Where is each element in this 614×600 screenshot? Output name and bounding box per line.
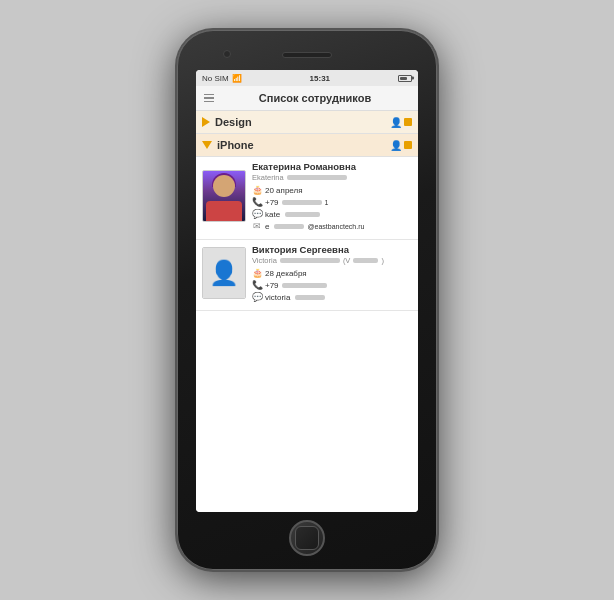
status-right <box>398 75 412 82</box>
camera-icon <box>223 50 231 58</box>
phone-blur-ekaterina <box>282 200 322 205</box>
birthday-text-ekaterina: 20 апреля <box>265 186 303 195</box>
email-domain-ekaterina: @eastbanctech.ru <box>307 223 364 230</box>
iphone-badge-square <box>404 141 412 149</box>
employee-card-victoria[interactable]: 👤 Виктория Сергеевна Victoria (V ) <box>196 240 418 311</box>
birthday-text-victoria: 28 декабря <box>265 269 307 278</box>
emp-login-extra: (V <box>343 256 351 265</box>
battery-icon <box>398 75 412 82</box>
emp-login-victoria: Victoria (V ) <box>252 256 412 265</box>
design-badge-square <box>404 118 412 126</box>
phone-screen: No SIM 📶 15:31 Список сотрудников Design <box>196 70 418 512</box>
skype-blur-ekaterina <box>285 212 320 217</box>
skype-blur-victoria <box>295 295 325 300</box>
skype-row-ekaterina[interactable]: 💬 kate <box>252 209 412 219</box>
group-iphone-label: iPhone <box>217 139 390 151</box>
group-design[interactable]: Design 👤 <box>196 111 418 134</box>
group-design-badge: 👤 <box>390 117 412 128</box>
phone-text-victoria: +79 <box>265 281 279 290</box>
employee-header-victoria: 👤 Виктория Сергеевна Victoria (V ) <box>202 244 412 302</box>
phone-row-ekaterina[interactable]: 📞 +79 1 <box>252 197 412 207</box>
avatar-body <box>206 201 242 221</box>
avatar-face <box>213 175 235 197</box>
time-label: 15:31 <box>310 74 330 83</box>
arrow-iphone-icon <box>202 141 212 149</box>
skype-text-victoria: victoria <box>265 293 290 302</box>
avatar-ekaterina <box>202 170 246 222</box>
status-bar: No SIM 📶 15:31 <box>196 70 418 86</box>
phone-icon-ekaterina: 📞 <box>252 197 262 207</box>
employee-info-ekaterina: Екатерина Романовна Ekaterina 🎂 20 апрел… <box>252 161 412 231</box>
emp-login-blur <box>287 175 347 180</box>
email-prefix-ekaterina: e <box>265 222 269 231</box>
emp-details-ekaterina: 🎂 20 апреля 📞 +79 1 💬 ka <box>252 185 412 231</box>
status-left: No SIM 📶 <box>202 74 242 83</box>
group-iphone-badge: 👤 <box>390 140 412 151</box>
email-icon-ekaterina: ✉ <box>252 221 262 231</box>
phone-icon-victoria: 📞 <box>252 280 262 290</box>
avatar-placeholder: 👤 <box>203 248 245 298</box>
phone-blur-victoria <box>282 283 327 288</box>
emp-login-close: ) <box>381 256 384 265</box>
phone-frame: No SIM 📶 15:31 Список сотрудников Design <box>177 30 437 570</box>
emp-login-blur-v <box>280 258 340 263</box>
phone-text-ekaterina: +79 <box>265 198 279 207</box>
employee-header-ekaterina: Екатерина Романовна Ekaterina 🎂 20 апрел… <box>202 161 412 231</box>
skype-icon-victoria: 💬 <box>252 292 262 302</box>
group-iphone[interactable]: iPhone 👤 <box>196 134 418 157</box>
email-row-ekaterina[interactable]: ✉ e @eastbanctech.ru <box>252 221 412 231</box>
birthday-row-ekaterina: 🎂 20 апреля <box>252 185 412 195</box>
birthday-row-victoria: 🎂 28 декабря <box>252 268 412 278</box>
group-design-label: Design <box>215 116 390 128</box>
birthday-icon: 🎂 <box>252 185 262 195</box>
emp-details-victoria: 🎂 28 декабря 📞 +79 💬 victoria <box>252 268 412 302</box>
emp-login-label: Ekaterina <box>252 173 284 182</box>
home-button-inner <box>295 526 319 550</box>
screen-content: Design 👤 iPhone 👤 <box>196 111 418 512</box>
phone-top <box>185 44 429 66</box>
hamburger-icon[interactable] <box>204 94 214 103</box>
avatar-victoria: 👤 <box>202 247 246 299</box>
screen-title: Список сотрудников <box>220 92 410 104</box>
silhouette-icon: 👤 <box>209 259 239 287</box>
phone-row-victoria[interactable]: 📞 +79 <box>252 280 412 290</box>
carrier-label: No SIM <box>202 74 229 83</box>
avatar-photo <box>203 171 245 221</box>
emp-login-blur-v2 <box>353 258 378 263</box>
person-icon-2: 👤 <box>390 140 402 151</box>
emp-login-label-v: Victoria <box>252 256 277 265</box>
birthday-icon-v: 🎂 <box>252 268 262 278</box>
emp-login-ekaterina: Ekaterina <box>252 173 412 182</box>
emp-name-ekaterina: Екатерина Романовна <box>252 161 412 172</box>
phone-suffix: 1 <box>325 199 329 206</box>
speaker <box>282 52 332 58</box>
skype-icon-ekaterina: 💬 <box>252 209 262 219</box>
emp-name-victoria: Виктория Сергеевна <box>252 244 412 255</box>
skype-row-victoria[interactable]: 💬 victoria <box>252 292 412 302</box>
email-blur-ekaterina <box>274 224 304 229</box>
employee-card-ekaterina[interactable]: Екатерина Романовна Ekaterina 🎂 20 апрел… <box>196 157 418 240</box>
employee-info-victoria: Виктория Сергеевна Victoria (V ) 🎂 28 де… <box>252 244 412 302</box>
title-bar: Список сотрудников <box>196 86 418 111</box>
home-button[interactable] <box>289 520 325 556</box>
person-icon: 👤 <box>390 117 402 128</box>
arrow-design-icon <box>202 117 210 127</box>
skype-text-ekaterina: kate <box>265 210 280 219</box>
wifi-icon: 📶 <box>232 74 242 83</box>
